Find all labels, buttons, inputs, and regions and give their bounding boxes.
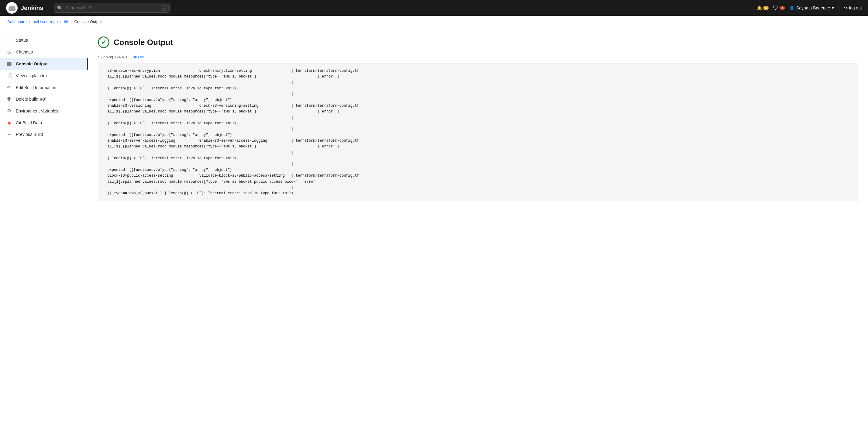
sidebar: ◻Status◇Changes▤Console Output📄View as p… xyxy=(0,28,88,437)
status-label: Status xyxy=(16,38,28,42)
user-icon: 👤 xyxy=(789,5,795,10)
jenkins-logo-text: Jenkins xyxy=(21,5,43,11)
user-name: Sayanta Banerjee xyxy=(796,5,830,10)
breadcrumb-sep-1: › xyxy=(29,20,30,24)
shield-icon: 🛡 xyxy=(773,5,778,11)
console-output: | s3-enable-kms-encryption | check-encry… xyxy=(98,63,858,201)
notifications-count: 4 xyxy=(763,6,769,10)
edit-build-info-label: Edit Build Information xyxy=(16,85,56,90)
breadcrumb-repo[interactable]: nctl-scan-repo xyxy=(33,20,58,24)
build-success-icon: ✓ xyxy=(98,36,110,48)
edit-build-info-icon: ✏ xyxy=(6,85,12,90)
sidebar-item-delete-build[interactable]: 🗑Delete build '#8' xyxy=(0,93,88,105)
git-build-data-label: Git Build Data xyxy=(16,120,42,125)
search-help-icon[interactable]: ? xyxy=(162,5,167,11)
log-notice-text: Skipping 174 KB.. xyxy=(98,55,130,59)
main-layout: ◻Status◇Changes▤Console Output📄View as p… xyxy=(0,28,868,437)
header-separator: | xyxy=(838,5,840,11)
view-plain-text-icon: 📄 xyxy=(6,72,12,79)
user-menu[interactable]: 👤 Sayanta Banerjee ▾ xyxy=(789,5,834,10)
breadcrumb-sep-2: › xyxy=(60,20,61,24)
env-vars-label: Environment Variables xyxy=(16,109,58,113)
notifications-button[interactable]: 🔔 4 xyxy=(757,5,769,10)
breadcrumb-dashboard[interactable]: Dashboard xyxy=(7,20,27,24)
previous-build-label: Previous Build xyxy=(16,132,43,137)
page-title: Console Output xyxy=(114,38,173,47)
page-header: ✓ Console Output xyxy=(98,36,858,48)
header-icons: 🔔 4 🛡 1 👤 Sayanta Banerjee ▾ | ↪ log out xyxy=(757,5,862,11)
git-build-data-icon: ◆ xyxy=(6,120,12,125)
view-plain-text-label: View as plain text xyxy=(16,73,49,78)
breadcrumb-build[interactable]: #8 xyxy=(64,20,68,24)
full-log-link[interactable]: Full Log xyxy=(130,55,144,59)
main-content: ✓ Console Output Skipping 174 KB.. Full … xyxy=(88,28,868,437)
logout-button[interactable]: ↪ log out xyxy=(844,5,862,10)
sidebar-item-changes[interactable]: ◇Changes xyxy=(0,46,88,58)
logout-label: log out xyxy=(849,5,862,10)
sidebar-item-edit-build-info[interactable]: ✏Edit Build Information xyxy=(0,82,88,93)
changes-label: Changes xyxy=(16,50,33,54)
sidebar-item-env-vars[interactable]: ⚙Environment Variables xyxy=(0,105,88,117)
log-notice: Skipping 174 KB.. Full Log xyxy=(98,55,858,59)
breadcrumb-current: Console Output xyxy=(74,20,101,24)
status-icon: ◻ xyxy=(6,37,12,43)
main-header: 🤖 Jenkins 🔍 ? 🔔 4 🛡 1 👤 Sayanta Banerjee… xyxy=(0,0,868,16)
sidebar-item-status[interactable]: ◻Status xyxy=(0,34,88,46)
breadcrumb-sep-3: › xyxy=(70,20,72,24)
search-container: 🔍 ? xyxy=(54,3,169,13)
search-input[interactable] xyxy=(54,3,169,13)
logout-icon: ↪ xyxy=(844,5,848,10)
changes-icon: ◇ xyxy=(6,49,12,55)
delete-build-icon: 🗑 xyxy=(6,96,12,102)
breadcrumb: Dashboard › nctl-scan-repo › #8 › Consol… xyxy=(0,16,868,28)
console-output-label: Console Output xyxy=(16,61,48,66)
env-vars-icon: ⚙ xyxy=(6,108,12,114)
sidebar-item-previous-build[interactable]: ←Previous Build xyxy=(0,128,88,140)
console-output-icon: ▤ xyxy=(6,61,12,66)
security-button[interactable]: 🛡 1 xyxy=(773,5,785,11)
search-icon: 🔍 xyxy=(57,5,62,10)
previous-build-icon: ← xyxy=(6,131,12,137)
bell-icon: 🔔 xyxy=(757,5,762,10)
sidebar-item-view-plain-text[interactable]: 📄View as plain text xyxy=(0,69,88,82)
jenkins-logo[interactable]: 🤖 Jenkins xyxy=(6,2,43,14)
sidebar-item-console-output[interactable]: ▤Console Output xyxy=(0,58,88,69)
chevron-down-icon: ▾ xyxy=(832,5,834,10)
security-count: 1 xyxy=(780,6,785,10)
jenkins-logo-icon: 🤖 xyxy=(6,2,18,14)
delete-build-label: Delete build '#8' xyxy=(16,97,46,101)
sidebar-item-git-build-data[interactable]: ◆Git Build Data xyxy=(0,117,88,128)
